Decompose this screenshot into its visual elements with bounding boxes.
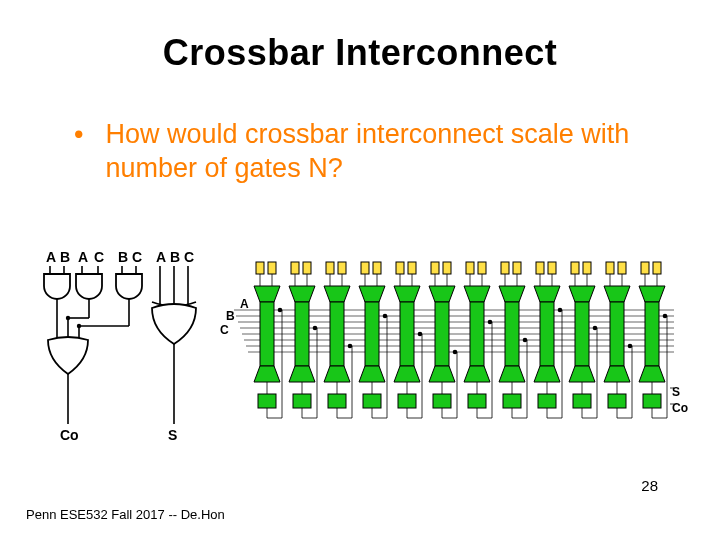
mux-top — [254, 286, 280, 302]
and-gate-2 — [76, 274, 102, 299]
column-body — [470, 302, 484, 366]
label-S: S — [168, 427, 177, 443]
top-block — [536, 262, 544, 274]
column-body — [400, 302, 414, 366]
mux-top — [639, 286, 665, 302]
and-gate-1 — [44, 274, 70, 299]
function-block — [503, 394, 521, 408]
page-number: 28 — [641, 477, 658, 494]
mux-top — [429, 286, 455, 302]
function-block — [433, 394, 451, 408]
crossbar-array-diagram: A B C S Co — [220, 256, 700, 446]
top-block — [256, 262, 264, 274]
top-block — [501, 262, 509, 274]
array-label-B: B — [226, 309, 235, 323]
join-dot-2 — [77, 324, 81, 328]
bullet-line: • How would crossbar interconnect scale … — [74, 118, 654, 186]
function-block — [538, 394, 556, 408]
column-body — [330, 302, 344, 366]
top-block — [641, 262, 649, 274]
and-gate-3 — [116, 274, 142, 299]
top-block — [361, 262, 369, 274]
top-block — [291, 262, 299, 274]
mux-top — [569, 286, 595, 302]
figure-row: A B A C B C A B C — [40, 248, 680, 448]
mux-top — [534, 286, 560, 302]
array-label-Co-out: Co — [672, 401, 688, 415]
column-body — [435, 302, 449, 366]
top-block — [396, 262, 404, 274]
mux-bottom — [429, 366, 455, 382]
array-label-S-out: S — [672, 385, 680, 399]
top-block — [513, 262, 521, 274]
top-block — [303, 262, 311, 274]
full-adder-diagram: A B A C B C A B C — [40, 248, 210, 448]
function-block — [293, 394, 311, 408]
function-block — [398, 394, 416, 408]
mux-top — [499, 286, 525, 302]
bullet-text: How would crossbar interconnect scale wi… — [106, 118, 646, 186]
label-A3: A — [156, 249, 166, 265]
input-wires — [50, 266, 136, 274]
xor-inputs — [160, 266, 188, 306]
label-C2: C — [132, 249, 142, 265]
mux-bottom — [534, 366, 560, 382]
mux-bottom — [464, 366, 490, 382]
mux-bottom — [604, 366, 630, 382]
footer-text: Penn ESE532 Fall 2017 -- De.Hon — [26, 507, 225, 522]
function-block — [643, 394, 661, 408]
column-body — [505, 302, 519, 366]
label-B2: B — [118, 249, 128, 265]
top-block — [268, 262, 276, 274]
top-block — [443, 262, 451, 274]
mux-top — [324, 286, 350, 302]
column-body — [645, 302, 659, 366]
label-B3: B — [170, 249, 180, 265]
or-gate-co — [48, 337, 88, 374]
function-block — [608, 394, 626, 408]
column-body — [365, 302, 379, 366]
top-block — [326, 262, 334, 274]
label-A2: A — [78, 249, 88, 265]
mux-bottom — [394, 366, 420, 382]
function-block — [573, 394, 591, 408]
top-block — [571, 262, 579, 274]
bullet-marker: • — [74, 118, 98, 152]
function-block — [328, 394, 346, 408]
array-label-C: C — [220, 323, 229, 337]
mux-bottom — [499, 366, 525, 382]
top-block — [466, 262, 474, 274]
array-label-A: A — [240, 297, 249, 311]
top-block — [408, 262, 416, 274]
label-B1: B — [60, 249, 70, 265]
column-body — [610, 302, 624, 366]
top-block — [653, 262, 661, 274]
label-C1: C — [94, 249, 104, 265]
mux-bottom — [359, 366, 385, 382]
mux-bottom — [569, 366, 595, 382]
mux-top — [289, 286, 315, 302]
mux-top — [394, 286, 420, 302]
top-block — [583, 262, 591, 274]
top-block — [478, 262, 486, 274]
top-block — [338, 262, 346, 274]
column-body — [260, 302, 274, 366]
mux-top — [464, 286, 490, 302]
mux-top — [359, 286, 385, 302]
top-block — [431, 262, 439, 274]
mux-bottom — [289, 366, 315, 382]
top-block — [618, 262, 626, 274]
label-A1: A — [46, 249, 56, 265]
function-block — [363, 394, 381, 408]
mux-bottom — [254, 366, 280, 382]
top-block — [548, 262, 556, 274]
function-block — [468, 394, 486, 408]
mux-bottom — [639, 366, 665, 382]
join-dot-1 — [66, 316, 70, 320]
label-C3: C — [184, 249, 194, 265]
column-body — [575, 302, 589, 366]
column-body — [295, 302, 309, 366]
mux-bottom — [324, 366, 350, 382]
slide-title: Crossbar Interconnect — [0, 32, 720, 74]
top-block — [606, 262, 614, 274]
